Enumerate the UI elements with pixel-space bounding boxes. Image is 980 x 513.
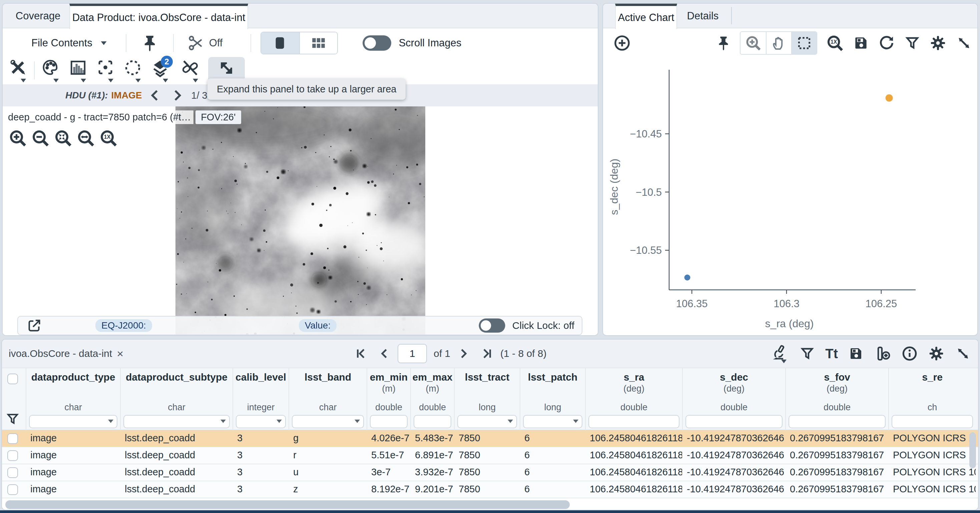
page-prev-icon[interactable] [378,347,391,360]
tab-active-chart[interactable]: Active Chart [615,4,677,29]
color-palette-icon[interactable] [40,57,61,84]
column-header-dataproduct_type[interactable]: dataproduct_typechar [26,368,120,430]
page-next-icon[interactable] [457,347,470,360]
info-icon[interactable] [901,345,918,362]
zoom-original-icon[interactable] [826,34,844,52]
select-mode-icon[interactable] [791,32,816,54]
tab-data-product[interactable]: Data Product: ivoa.ObsCore - data-int [69,4,248,29]
zoom-fit-icon[interactable] [53,128,73,148]
column-header-s_re[interactable]: s_rech [888,368,976,430]
tab-details[interactable]: Details [678,4,728,28]
column-header-lsst_tract[interactable]: lsst_tractlong [454,368,520,430]
column-header-s_fov[interactable]: s_fov(deg)double [785,368,888,430]
zoom-1x-icon[interactable] [98,128,119,148]
filter-lsst_band[interactable] [292,415,364,428]
table-tab-label[interactable]: ivoa.ObsCore - data-int [9,348,112,359]
pin-icon[interactable] [141,33,158,53]
filter-dataproduct_type[interactable] [29,415,118,428]
hdu-next-icon[interactable] [170,88,185,103]
layers-icon[interactable]: 2 [150,57,171,84]
file-contents-dropdown[interactable]: File Contents [31,37,92,49]
row-checkbox[interactable] [7,467,18,478]
chart-point-table-data[interactable] [684,274,690,280]
tools-icon[interactable] [7,57,29,84]
table-row[interactable]: imagelsst.deep_coadd3g4.026e-75.483e-778… [2,430,978,447]
tab-coverage[interactable]: Coverage [7,4,69,28]
scissors-icon[interactable] [187,34,204,52]
settings-gear-icon[interactable] [928,345,945,362]
save-icon[interactable] [848,346,864,362]
recenter-icon[interactable] [95,57,116,84]
select-all-checkbox[interactable] [7,374,18,384]
add-chart-icon[interactable] [613,34,631,52]
crop-off-label[interactable]: Off [209,37,223,49]
filter-lsst_tract[interactable] [457,415,517,428]
filter-em_max[interactable] [414,415,451,428]
unlink-wcs-icon[interactable] [180,57,201,84]
click-lock-toggle[interactable] [479,319,505,333]
page-last-icon[interactable] [480,347,494,360]
zoom-out-icon[interactable] [30,128,51,148]
table-row[interactable]: imagelsst.deep_coadd3r5.51e-76.891e-7785… [2,447,978,464]
scatter-chart[interactable]: −10.45−10.5−10.55106.35106.3106.25s_ra (… [603,56,977,335]
expand-chart-icon[interactable] [955,34,973,52]
restore-icon[interactable] [878,34,895,52]
pan-mode-icon[interactable] [766,32,791,54]
hdu-prev-icon[interactable] [148,88,162,103]
row-checkbox[interactable] [7,484,18,495]
image-title: deep_coadd - g - tract=7850 patch=6 (#t… [5,110,194,124]
filter-s_re[interactable] [892,415,973,428]
single-view-button[interactable] [261,32,299,54]
column-header-s_dec[interactable]: s_dec(deg)double [682,368,785,430]
inspect-icon[interactable] [769,343,789,365]
column-header-s_ra[interactable]: s_ra(deg)double [585,368,682,430]
vertical-scrollbar[interactable] [969,432,976,468]
expand-table-icon[interactable] [955,345,971,362]
image-viewer[interactable]: deep_coadd - g - tract=7850 patch=6 (#t…… [3,107,598,335]
column-header-calib_level[interactable]: calib_levelinteger [232,368,288,430]
zoom-mode-icon[interactable] [740,32,766,54]
row-range-label: (1 - 8 of 8) [500,348,546,359]
page-number-input[interactable] [398,344,427,363]
scroll-images-toggle[interactable] [363,35,391,51]
tab-coverage-label: Coverage [16,10,60,22]
zoom-in-icon[interactable] [7,128,28,148]
column-header-em_max[interactable]: em_max(m)double [410,368,454,430]
text-view-icon[interactable]: Tt [825,346,838,361]
cell-s_fov: 0.2670995183798167 [785,430,888,447]
select-region-icon[interactable] [122,57,143,84]
zoom-fill-icon[interactable] [75,128,96,148]
save-icon[interactable] [853,35,869,51]
cell-em_max: 9.201e-7 [410,481,454,498]
chevron-down-icon[interactable] [101,41,107,45]
settings-gear-icon[interactable] [929,34,947,52]
filter-em_min[interactable] [370,415,407,428]
column-header-lsst_patch[interactable]: lsst_patchlong [520,368,585,430]
table-row[interactable]: imagelsst.deep_coadd3u3e-73.932e-7785061… [2,464,978,481]
pin-icon[interactable] [716,34,731,52]
histogram-stretch-icon[interactable] [67,57,89,84]
chart-point-highlighted-row[interactable] [886,94,893,102]
horizontal-scrollbar[interactable] [5,500,570,509]
filter-dataproduct_subtype[interactable] [123,415,230,428]
table-row[interactable]: imagelsst.deep_coadd3z8.192e-79.201e-778… [2,481,978,498]
filter-s_dec[interactable] [686,415,783,428]
filter-s_ra[interactable] [589,415,679,428]
column-header-em_min[interactable]: em_min(m)double [367,368,410,430]
external-frame-icon[interactable] [27,318,42,333]
page-first-icon[interactable] [354,347,368,360]
table-tab-close-icon[interactable]: × [117,347,123,360]
filter-calib_level[interactable] [236,415,286,428]
astronomical-image[interactable] [175,107,425,335]
grid-view-button[interactable] [299,32,337,54]
row-checkbox[interactable] [7,433,18,444]
row-checkbox[interactable] [7,450,18,461]
filter-s_fov[interactable] [789,415,886,428]
column-header-dataproduct_subtype[interactable]: dataproduct_subtypechar [120,368,232,430]
filter-icon[interactable] [904,35,921,51]
column-header-lsst_band[interactable]: lsst_bandchar [288,368,367,430]
filter-lsst_patch[interactable] [523,415,582,428]
filter-row-icon[interactable] [5,412,20,426]
add-column-icon[interactable] [874,345,891,362]
filter-icon[interactable] [799,346,815,362]
